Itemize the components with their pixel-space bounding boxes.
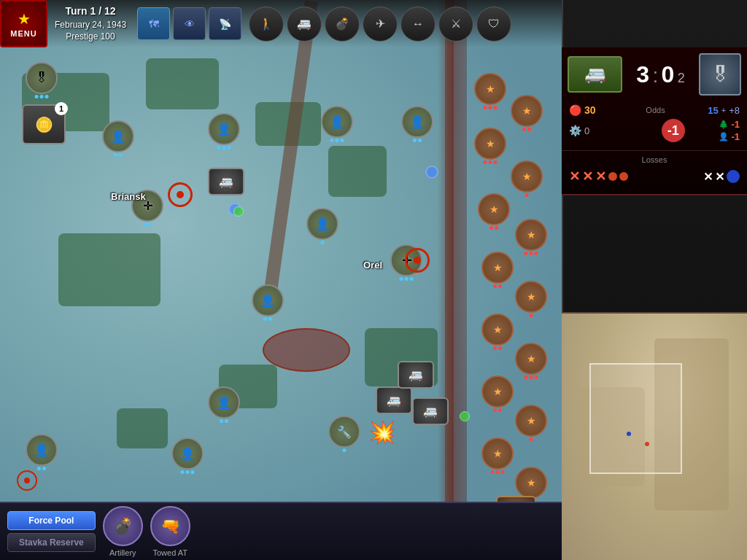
terrain-mod-value: -1 bbox=[731, 119, 740, 130]
unit-german-tank-south-2[interactable]: 🚐 bbox=[412, 397, 449, 425]
unit-soviet-12[interactable]: ★ bbox=[515, 405, 547, 437]
unit-btn-artillery[interactable]: 💣 bbox=[325, 7, 360, 42]
unit-soviet-5[interactable]: ★ bbox=[478, 193, 510, 225]
strength-row: 🔴 30 Odds 15 + +8 bbox=[569, 104, 740, 116]
stavka-reserve-button[interactable]: Stavka Reserve bbox=[7, 533, 96, 552]
forest-patch bbox=[58, 233, 160, 306]
unit-btn-infantry[interactable]: 🚶 bbox=[249, 7, 284, 42]
unit-soviet-2[interactable]: ★ bbox=[511, 95, 543, 127]
unit-german-southwest[interactable]: 👤 bbox=[26, 434, 58, 466]
leader-mod-row: 👤 -1 bbox=[719, 131, 740, 142]
odds-label-center: Odds bbox=[627, 105, 684, 115]
target-3 bbox=[17, 470, 37, 491]
reserve-unit-card[interactable]: 🪙 1 bbox=[22, 104, 66, 144]
combat-score-sub: 2 bbox=[678, 71, 685, 85]
unit-german-south-1[interactable]: 👤 bbox=[171, 438, 204, 470]
unit-german-center-3[interactable]: 👤 bbox=[208, 386, 240, 419]
unit-btn-armor[interactable]: 🚐 bbox=[287, 7, 322, 42]
target-1 bbox=[168, 182, 193, 207]
move-dot-1 bbox=[233, 206, 244, 217]
force-pool-button[interactable]: Force Pool bbox=[7, 511, 96, 530]
unit-soviet-10[interactable]: ★ bbox=[515, 343, 547, 375]
unit-german-inf-2[interactable]: 👤 bbox=[102, 120, 134, 152]
unit-soviet-9[interactable]: ★ bbox=[481, 314, 514, 346]
unit-btn-move[interactable]: ↔ bbox=[400, 7, 436, 42]
map-area[interactable]: 🎖 ✛ 🚐 👤 👤 👤 👤 ✛ 👤 bbox=[0, 0, 562, 560]
defender-str-value: 15 bbox=[708, 105, 718, 116]
defender-commander-icon: 🎖 bbox=[699, 53, 741, 96]
minimap-background bbox=[562, 314, 747, 560]
unit-soviet-6[interactable]: ★ bbox=[515, 219, 547, 251]
combat-header: 🚐 3 : 0 2 🎖 bbox=[562, 47, 747, 101]
loss-x-2: ✕ bbox=[582, 168, 593, 184]
unit-german-infantry[interactable]: 🎖 bbox=[26, 62, 58, 94]
loss-x-3: ✕ bbox=[595, 168, 606, 184]
header: ★ MENU Turn 1 / 12 February 24, 1943 Pre… bbox=[0, 0, 562, 47]
odds-badge-container: -1 bbox=[627, 119, 719, 142]
unit-german-tank-south-3[interactable]: 🚐 bbox=[398, 361, 434, 389]
movement-penalty: ⚙️ 0 bbox=[569, 125, 627, 136]
unit-german-inf-1[interactable]: 👤 bbox=[208, 113, 240, 145]
unit-german-infantry-briansk[interactable]: ✛ bbox=[131, 190, 163, 222]
forest-patch bbox=[146, 58, 219, 109]
unit-soviet-13[interactable]: ★ bbox=[481, 438, 514, 470]
turn-info: Turn 1 / 12 February 24, 1943 Prestige 1… bbox=[55, 4, 126, 43]
unit-german-artillery-1[interactable]: 🔧 bbox=[328, 416, 360, 448]
target-2 bbox=[405, 248, 430, 273]
unit-soviet-14[interactable]: ★ bbox=[515, 467, 547, 499]
unit-action-controls: 🚶 🚐 💣 ✈ ↔ ⚔ 🛡 bbox=[249, 7, 511, 42]
unit-soviet-1[interactable]: ★ bbox=[474, 73, 506, 105]
loss-xx-2: ✕ bbox=[715, 170, 724, 184]
attacker-unit-icon: 🚐 bbox=[568, 56, 622, 93]
loss-x-1: ✕ bbox=[569, 168, 580, 184]
map-btn-units[interactable]: 👁 bbox=[173, 7, 206, 40]
unit-german-tank[interactable]: 🚐 bbox=[208, 168, 244, 195]
unit-soviet-7[interactable]: ★ bbox=[481, 252, 514, 284]
combat-explosion: 💥 bbox=[368, 419, 395, 445]
losses-row: ✕ ✕ ✕ ✕ ✕ bbox=[562, 166, 747, 187]
map-btn-terrain[interactable]: 🗺 bbox=[137, 7, 170, 40]
leader-mod-value: -1 bbox=[731, 131, 740, 142]
move-dot-2 bbox=[460, 411, 470, 421]
unit-card-towed-at[interactable]: 🔫 Towed AT bbox=[150, 506, 190, 557]
combat-stats-area: 🔴 30 Odds 15 + +8 ⚙️ 0 -1 bbox=[562, 101, 747, 148]
unit-german-center-2[interactable]: 👤 bbox=[252, 284, 284, 316]
loss-xx-1: ✕ bbox=[703, 170, 713, 184]
unit-soviet-3[interactable]: ★ bbox=[474, 128, 506, 160]
loss-circle-1 bbox=[608, 172, 617, 181]
frontline-road bbox=[445, 0, 454, 560]
towed-at-icon: 🔫 bbox=[150, 506, 190, 546]
terrain-mod-row: 🌲 -1 bbox=[719, 119, 740, 130]
attacker-strength: 🔴 30 bbox=[569, 104, 627, 116]
menu-button[interactable]: ★ MENU bbox=[0, 0, 47, 47]
move-indicator-2 bbox=[425, 166, 438, 179]
combat-score-sep: : bbox=[652, 64, 658, 87]
unit-soviet-4[interactable]: ★ bbox=[511, 160, 543, 192]
unit-german-inf-4[interactable]: 👤 bbox=[401, 106, 433, 138]
bottom-bar: Force Pool Stavka Reserve 💣 Artillery 🔫 … bbox=[0, 502, 562, 560]
defender-bonus-value: +8 bbox=[729, 105, 740, 116]
loss-circle-2 bbox=[619, 172, 628, 181]
modifiers: 🌲 -1 👤 -1 bbox=[719, 119, 740, 142]
defender-strength: 15 + +8 bbox=[684, 105, 740, 116]
attacker-losses: ✕ ✕ ✕ bbox=[569, 168, 628, 184]
minimap[interactable] bbox=[562, 312, 747, 560]
unit-german-tank-south-1[interactable]: 🚐 bbox=[376, 386, 412, 414]
unit-card-artillery[interactable]: 💣 Artillery bbox=[103, 506, 143, 557]
artillery-icon: 💣 bbox=[103, 506, 143, 546]
objective-zone bbox=[263, 328, 350, 372]
unit-btn-defend[interactable]: 🛡 bbox=[476, 7, 511, 42]
forest-patch bbox=[328, 146, 387, 197]
losses-label: Losses bbox=[562, 153, 747, 166]
odds-row: ⚙️ 0 -1 🌲 -1 👤 -1 bbox=[569, 119, 740, 142]
unit-btn-air[interactable]: ✈ bbox=[363, 7, 398, 42]
unit-soviet-8[interactable]: ★ bbox=[515, 281, 547, 313]
combat-panel: 🚐 3 : 0 2 🎖 🔴 30 Odds bbox=[562, 47, 747, 195]
map-btn-overlay[interactable]: 📡 bbox=[209, 7, 241, 40]
unit-german-center-1[interactable]: 👤 bbox=[306, 208, 338, 240]
unit-btn-attack[interactable]: ⚔ bbox=[438, 7, 473, 42]
combat-score-left: 3 bbox=[636, 61, 649, 88]
unit-german-inf-3[interactable]: 👤 bbox=[321, 106, 353, 138]
unit-soviet-11[interactable]: ★ bbox=[481, 376, 514, 408]
combat-divider bbox=[562, 150, 747, 151]
